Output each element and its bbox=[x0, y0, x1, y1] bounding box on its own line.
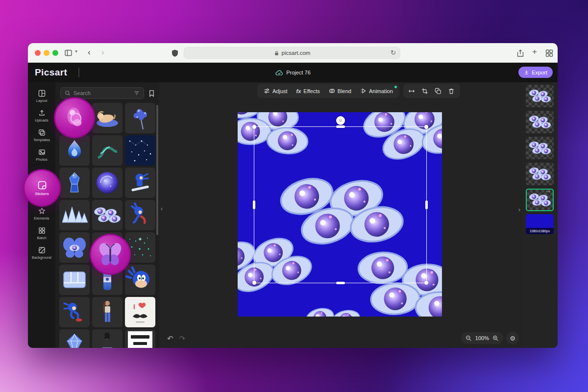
privacy-shield-icon[interactable] bbox=[171, 49, 179, 57]
annotation-circle-sticker-thumb bbox=[54, 97, 95, 138]
sidebar-label: Elements bbox=[34, 216, 49, 220]
sidebar-item-elements[interactable]: Elements bbox=[28, 204, 55, 223]
sidebar-item-background[interactable]: Background bbox=[28, 243, 55, 263]
crop-button[interactable] bbox=[418, 84, 432, 98]
sticker-thumb-eye-cluster[interactable] bbox=[92, 200, 122, 230]
app-header: Picsart Project 76 Export bbox=[28, 63, 558, 82]
sticker-thumb-anime-girl-cat[interactable] bbox=[92, 103, 122, 133]
resize-handle-nw[interactable] bbox=[252, 125, 256, 129]
close-button[interactable] bbox=[35, 50, 41, 56]
layer-thumb-3[interactable] bbox=[526, 137, 554, 159]
tool-sidebar: Layout Uploads Templates Photos T Text bbox=[28, 82, 55, 348]
panel-scrollbar[interactable] bbox=[156, 105, 158, 235]
effects-button[interactable]: fx Effects bbox=[292, 84, 324, 98]
sidebar-toggle-icon[interactable] bbox=[64, 49, 73, 57]
bookmark-icon[interactable] bbox=[148, 89, 155, 98]
sticker-thumb-woman-jeans[interactable] bbox=[92, 297, 122, 327]
blend-button[interactable]: Blend bbox=[324, 84, 356, 98]
sticker-thumb-blue-gem[interactable] bbox=[59, 329, 90, 348]
sticker-thumb-woman-pose[interactable] bbox=[92, 329, 122, 348]
project-title-chip[interactable]: Project 76 bbox=[275, 63, 311, 82]
resize-handle-sw[interactable] bbox=[252, 281, 256, 285]
forward-button[interactable]: › bbox=[101, 48, 104, 57]
lock-icon bbox=[274, 50, 279, 56]
new-tab-button[interactable]: + bbox=[532, 47, 537, 57]
resize-handle-w[interactable] bbox=[253, 200, 255, 209]
svg-text:I: I bbox=[133, 303, 135, 311]
animation-button[interactable]: Animation bbox=[356, 84, 397, 98]
delete-button[interactable] bbox=[445, 84, 458, 98]
sticker-icon bbox=[37, 180, 47, 190]
zoom-out-icon[interactable] bbox=[466, 335, 472, 342]
layer-thumb-1[interactable] bbox=[526, 85, 554, 107]
selection-box[interactable] bbox=[254, 126, 427, 283]
sticker-thumb-teal-smoke[interactable] bbox=[92, 135, 122, 166]
sticker-thumb-sonic-snowboard[interactable] bbox=[125, 168, 155, 198]
layer-thumb-4[interactable] bbox=[526, 163, 554, 185]
effects-label: Effects bbox=[303, 88, 319, 94]
fullscreen-button[interactable] bbox=[52, 50, 58, 56]
zoom-in-icon[interactable] bbox=[492, 335, 499, 342]
batch-icon bbox=[38, 227, 46, 234]
undo-button[interactable]: ↶ bbox=[167, 334, 173, 343]
animation-label: Animation bbox=[369, 88, 393, 94]
reload-icon[interactable]: ↻ bbox=[391, 49, 396, 56]
sticker-thumb-eye-butterfly[interactable] bbox=[59, 232, 90, 263]
sticker-thumb-crystal-character[interactable] bbox=[59, 168, 90, 198]
rotate-handle[interactable] bbox=[336, 116, 345, 125]
minimize-button[interactable] bbox=[44, 50, 49, 56]
upload-icon bbox=[38, 109, 46, 117]
duplicate-button[interactable] bbox=[432, 84, 445, 98]
animation-icon bbox=[360, 88, 367, 94]
design-canvas[interactable] bbox=[238, 112, 442, 317]
sticker-thumb-sonic-jump[interactable] bbox=[125, 200, 155, 230]
export-button[interactable]: Export bbox=[518, 67, 553, 78]
sticker-thumb-mustache-love[interactable]: I bbox=[125, 297, 155, 327]
filter-icon[interactable] bbox=[134, 90, 140, 96]
settings-button[interactable]: ⚙ bbox=[506, 332, 519, 344]
picsart-logo[interactable]: Picsart bbox=[35, 67, 67, 78]
sticker-thumb-blue-crystals[interactable] bbox=[59, 200, 90, 230]
eye-sticker-bottom-center[interactable] bbox=[302, 302, 374, 317]
back-button[interactable]: ‹ bbox=[88, 48, 91, 57]
sidebar-item-templates[interactable]: Templates bbox=[28, 125, 55, 145]
sticker-thumb-blue-window[interactable] bbox=[59, 265, 90, 295]
redo-button[interactable]: ↷ bbox=[179, 334, 186, 343]
sidebar-item-photos[interactable]: Photos bbox=[28, 145, 55, 165]
sidebar-item-layout[interactable]: Layout bbox=[28, 86, 55, 106]
sidebar-label: Templates bbox=[33, 138, 50, 142]
crop-icon bbox=[421, 88, 428, 95]
resize-handle-ne[interactable] bbox=[424, 125, 428, 129]
resize-handle-e[interactable] bbox=[425, 200, 428, 209]
layer-thumb-5-selected[interactable]: ⋯ bbox=[526, 189, 554, 211]
resize-handle-se[interactable] bbox=[424, 281, 428, 285]
sticker-thumb-blue-flower[interactable] bbox=[125, 103, 155, 133]
sticker-thumb-galaxy-swirl[interactable] bbox=[92, 168, 122, 198]
collapse-panel-icon[interactable]: ‹ bbox=[161, 205, 163, 212]
object-toolbar: Adjust fx Effects Blend Animation bbox=[257, 84, 460, 98]
sticker-thumb-starry-sky[interactable] bbox=[125, 135, 155, 166]
toolbar-group-actions bbox=[403, 84, 460, 98]
resize-handle-s[interactable] bbox=[336, 282, 345, 284]
address-bar[interactable]: picsart.com ↻ bbox=[184, 47, 400, 59]
layer-options-icon[interactable]: ⋯ bbox=[546, 189, 551, 194]
collapse-layers-icon[interactable]: › bbox=[518, 206, 520, 213]
flip-button[interactable] bbox=[405, 84, 418, 98]
sidebar-item-uploads[interactable]: Uploads bbox=[28, 106, 55, 125]
sticker-thumb-sonic-face[interactable] bbox=[125, 265, 155, 295]
sticker-thumb-text-card[interactable] bbox=[125, 329, 155, 348]
layer-thumb-2[interactable] bbox=[526, 111, 554, 133]
sidebar-item-batch[interactable]: Batch bbox=[28, 223, 55, 243]
zoom-level[interactable]: 100% bbox=[475, 335, 489, 341]
adjust-label: Adjust bbox=[272, 88, 288, 94]
sticker-thumb-blue-flame[interactable] bbox=[59, 135, 90, 166]
resize-handle-n[interactable] bbox=[336, 125, 345, 128]
sidebar-label: Photos bbox=[36, 157, 47, 162]
background-layer-thumb[interactable]: 1080x1080px bbox=[526, 214, 554, 234]
tab-overview-icon[interactable] bbox=[545, 49, 553, 57]
adjust-button[interactable]: Adjust bbox=[259, 84, 292, 98]
sidebar-label: Batch bbox=[37, 236, 46, 240]
share-icon[interactable] bbox=[516, 49, 524, 57]
chevron-down-icon[interactable]: ▾ bbox=[75, 49, 77, 54]
sticker-thumb-sonic-run[interactable] bbox=[59, 297, 90, 327]
